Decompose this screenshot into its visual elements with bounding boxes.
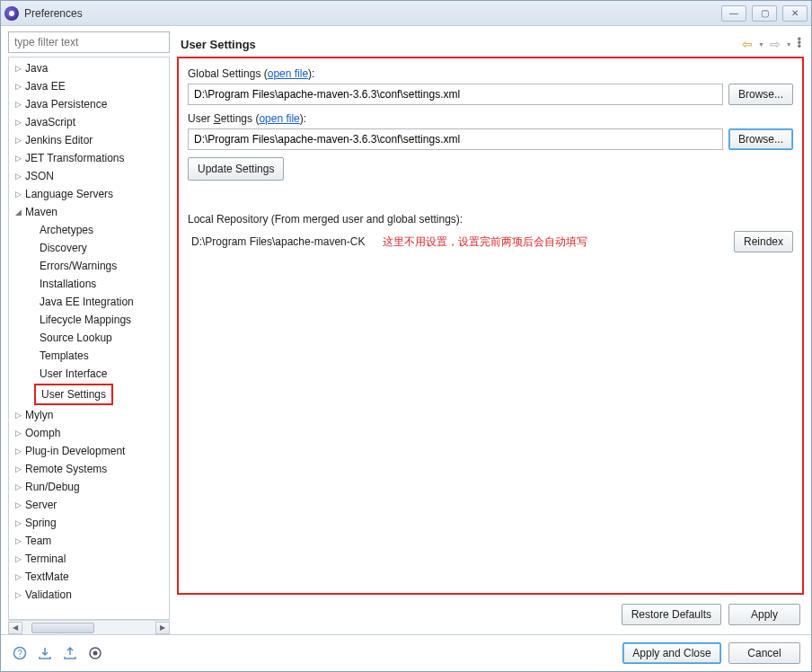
tree-item[interactable]: ▷Validation bbox=[9, 586, 169, 604]
tree-item[interactable]: ▷Spring bbox=[9, 514, 169, 532]
expand-icon-closed[interactable]: ▷ bbox=[13, 533, 23, 549]
expand-icon-closed[interactable]: ▷ bbox=[13, 587, 23, 603]
tree-item[interactable]: ▷JavaScript bbox=[9, 113, 169, 131]
apply-button[interactable]: Apply bbox=[728, 604, 800, 625]
help-icon[interactable]: ? bbox=[12, 645, 28, 661]
import-icon[interactable] bbox=[37, 645, 53, 661]
tree-item-label: Java EE bbox=[25, 78, 66, 94]
tree-item[interactable]: User Interface bbox=[9, 365, 169, 383]
expand-icon-closed[interactable]: ▷ bbox=[13, 186, 23, 202]
tree-item[interactable]: ◢Maven bbox=[9, 203, 169, 221]
expand-icon-closed[interactable]: ▷ bbox=[13, 168, 23, 184]
tree-item-label: Errors/Warnings bbox=[40, 258, 117, 274]
nav-back-icon[interactable]: ⇦ bbox=[742, 37, 753, 51]
target-icon[interactable] bbox=[87, 645, 103, 661]
minimize-button[interactable]: — bbox=[721, 5, 746, 22]
global-settings-input[interactable] bbox=[188, 84, 723, 105]
scroll-track[interactable] bbox=[22, 622, 155, 634]
cancel-button[interactable]: Cancel bbox=[728, 642, 800, 664]
apply-and-close-button[interactable]: Apply and Close bbox=[622, 642, 721, 664]
local-repository-label: Local Repository (From merged user and g… bbox=[188, 213, 793, 225]
expand-icon-closed[interactable]: ▷ bbox=[13, 461, 23, 477]
tree-item[interactable]: Installations bbox=[9, 275, 169, 293]
expand-icon-closed[interactable]: ▷ bbox=[13, 60, 23, 76]
tree-item[interactable]: ▷Mylyn bbox=[9, 406, 169, 424]
tree-item[interactable]: ▷Java bbox=[9, 59, 169, 77]
tree-item[interactable]: ▷Run/Debug bbox=[9, 478, 169, 496]
tree-horizontal-scrollbar[interactable]: ◀ ▶ bbox=[8, 620, 170, 634]
global-settings-label-suffix: ): bbox=[308, 67, 314, 80]
window-buttons: — ▢ ✕ bbox=[721, 5, 808, 22]
preferences-tree[interactable]: ▷Java▷Java EE▷Java Persistence▷JavaScrip… bbox=[8, 57, 170, 620]
scroll-thumb[interactable] bbox=[31, 623, 94, 633]
expand-icon-closed[interactable]: ▷ bbox=[13, 497, 23, 513]
expand-icon-closed[interactable]: ▷ bbox=[13, 425, 23, 441]
user-settings-input[interactable] bbox=[188, 128, 723, 150]
expand-icon-closed[interactable]: ▷ bbox=[13, 78, 23, 94]
scroll-left-arrow[interactable]: ◀ bbox=[8, 622, 22, 634]
footer-left-icons: ? bbox=[12, 645, 103, 661]
global-browse-button[interactable]: Browse... bbox=[728, 84, 793, 105]
tree-item[interactable]: Source Lookup bbox=[9, 329, 169, 347]
export-icon[interactable] bbox=[62, 645, 78, 661]
user-settings-open-link[interactable]: open file bbox=[259, 112, 299, 125]
tree-item-label: JavaScript bbox=[25, 114, 75, 130]
footer-buttons: Apply and Close Cancel bbox=[622, 642, 800, 664]
tree-item[interactable]: Templates bbox=[9, 347, 169, 365]
tree-item[interactable]: ▷Plug-in Development bbox=[9, 442, 169, 460]
tree-item-label: Language Servers bbox=[25, 186, 113, 202]
menu-icon[interactable]: ••• bbox=[798, 39, 800, 49]
tree-item[interactable]: ▷TextMate bbox=[9, 568, 169, 586]
tree-item-label: Java Persistence bbox=[25, 96, 107, 112]
tree-item-label: Lifecycle Mappings bbox=[40, 312, 131, 328]
scroll-right-arrow[interactable]: ▶ bbox=[155, 622, 170, 634]
tree-item[interactable]: ▷Terminal bbox=[9, 550, 169, 568]
tree-item[interactable]: ▷Jenkins Editor bbox=[9, 131, 169, 149]
expand-icon-closed[interactable]: ▷ bbox=[13, 569, 23, 585]
tree-item[interactable]: ▷Remote Systems bbox=[9, 460, 169, 478]
user-settings-label: User Settings (open file): bbox=[188, 112, 793, 125]
tree-item[interactable]: Archetypes bbox=[9, 221, 169, 239]
local-repository-row: D:\Program Files\apache-maven-CK 这里不用设置，… bbox=[188, 231, 793, 252]
tree-item[interactable]: ▷Team bbox=[9, 532, 169, 550]
close-button[interactable]: ✕ bbox=[782, 5, 808, 22]
nav-forward-dropdown-icon[interactable]: ▼ bbox=[786, 41, 792, 48]
reindex-button[interactable]: Reindex bbox=[734, 231, 793, 252]
global-settings-open-link[interactable]: open file bbox=[268, 67, 308, 80]
expand-icon-closed[interactable]: ▷ bbox=[13, 479, 23, 495]
tree-item[interactable]: Discovery bbox=[9, 239, 169, 257]
expand-icon-closed[interactable]: ▷ bbox=[13, 150, 23, 166]
tree-item[interactable]: ▷Java Persistence bbox=[9, 95, 169, 113]
content-highlight-box: Global Settings (open file): Browse... U… bbox=[177, 57, 804, 595]
expand-icon-closed[interactable]: ▷ bbox=[13, 132, 23, 148]
expand-icon-closed[interactable]: ▷ bbox=[13, 407, 23, 423]
window-footer: ? Apply and Close Cancel bbox=[1, 634, 811, 671]
expand-icon-closed[interactable]: ▷ bbox=[13, 515, 23, 531]
app-icon bbox=[4, 6, 19, 21]
maximize-button[interactable]: ▢ bbox=[752, 5, 777, 22]
tree-item[interactable]: User Settings bbox=[9, 383, 169, 406]
svg-point-3 bbox=[93, 651, 98, 656]
tree-item[interactable]: Java EE Integration bbox=[9, 293, 169, 311]
tree-item[interactable]: ▷Language Servers bbox=[9, 185, 169, 203]
svg-text:?: ? bbox=[17, 649, 22, 659]
tree-item[interactable]: ▷Server bbox=[9, 496, 169, 514]
expand-icon-closed[interactable]: ▷ bbox=[13, 114, 23, 130]
tree-item[interactable]: Lifecycle Mappings bbox=[9, 311, 169, 329]
expand-icon-closed[interactable]: ▷ bbox=[13, 443, 23, 459]
expand-icon-open[interactable]: ◢ bbox=[13, 204, 23, 220]
expand-icon-closed[interactable]: ▷ bbox=[13, 96, 23, 112]
local-repository-annotation: 这里不用设置，设置完前两项后会自动填写 bbox=[383, 234, 587, 250]
restore-defaults-button[interactable]: Restore Defaults bbox=[622, 604, 721, 625]
nav-back-dropdown-icon[interactable]: ▼ bbox=[758, 41, 764, 48]
tree-item[interactable]: ▷JSON bbox=[9, 167, 169, 185]
user-browse-button[interactable]: Browse... bbox=[728, 128, 793, 150]
update-settings-button[interactable]: Update Settings bbox=[188, 157, 284, 181]
filter-input[interactable] bbox=[8, 31, 170, 53]
tree-item[interactable]: ▷JET Transformations bbox=[9, 149, 169, 167]
tree-item[interactable]: ▷Oomph bbox=[9, 424, 169, 442]
nav-forward-icon[interactable]: ⇨ bbox=[770, 37, 781, 51]
tree-item[interactable]: Errors/Warnings bbox=[9, 257, 169, 275]
expand-icon-closed[interactable]: ▷ bbox=[13, 551, 23, 567]
tree-item[interactable]: ▷Java EE bbox=[9, 77, 169, 95]
